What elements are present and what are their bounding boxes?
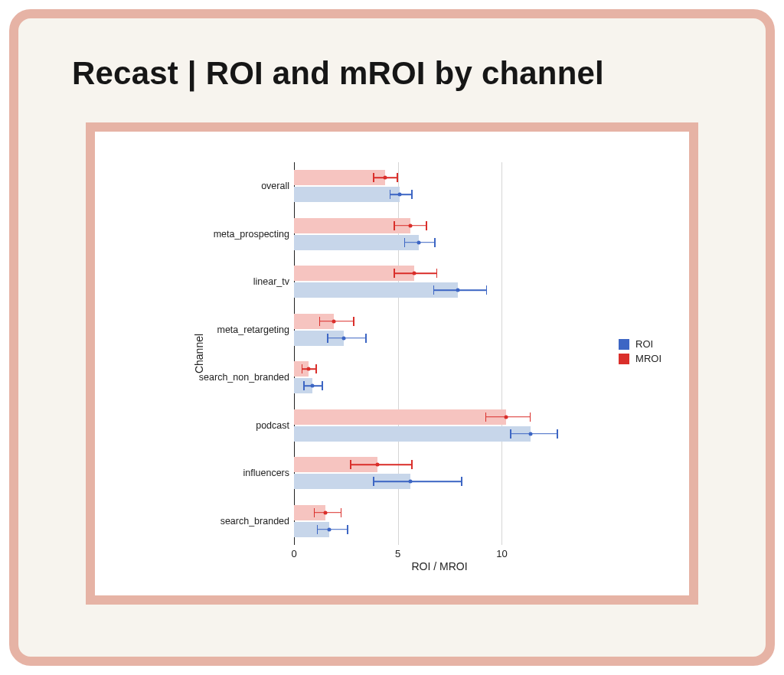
page-title: Recast | ROI and mROI by channel [72,55,604,92]
category-label: meta_retargeting [217,324,294,335]
category-label: influencers [243,468,294,478]
legend-item-roi: ROI [619,338,662,350]
x-axis: ROI / MROI 0510 [294,545,585,576]
errorbar-roi [373,474,462,489]
errorbar-roi [390,187,413,202]
bar-roi [294,426,531,442]
legend-item-mroi: MROI [619,353,662,364]
x-tick-label: 5 [395,548,400,559]
errorbar-roi [433,282,488,298]
category-label: linear_tv [253,276,294,287]
category-label: search_non_branded [199,372,294,383]
errorbar-mroi [394,266,437,281]
errorbar-roi [303,378,323,393]
errorbar-mroi [350,457,412,472]
outer-card: Recast | ROI and mROI by channel Channel… [9,9,775,666]
errorbar-mroi [319,314,354,329]
legend: ROI MROI [619,338,662,367]
legend-swatch-mroi [619,354,629,364]
x-axis-label: ROI / MROI [411,560,467,572]
category-row: overall [294,162,585,210]
category-row: search_branded [294,497,585,546]
category-row: podcast [294,402,585,450]
category-row: search_non_branded [294,354,585,402]
errorbar-mroi [394,218,426,233]
category-label: meta_prospecting [214,229,294,240]
errorbar-roi [404,235,436,250]
legend-label-mroi: MROI [635,353,662,364]
x-tick-label: 0 [291,548,296,559]
y-axis-label: Channel [193,334,205,373]
category-row: meta_prospecting [294,210,585,259]
bar-mroi [294,409,506,425]
errorbar-roi [327,331,367,346]
errorbar-mroi [373,170,398,185]
category-label: overall [261,181,294,191]
plot-area: Channel ROI / MROI 0510 overallmeta_pros… [294,162,585,545]
bar-roi [294,235,419,250]
chart: Channel ROI / MROI 0510 overallmeta_pros… [95,132,689,595]
category-label: podcast [256,420,294,431]
category-label: search_branded [220,516,294,527]
x-tick-label: 10 [496,548,507,559]
chart-card: Channel ROI / MROI 0510 overallmeta_pros… [86,122,698,605]
errorbar-mroi [314,505,342,520]
legend-swatch-roi [619,339,629,350]
errorbar-roi [510,426,557,442]
errorbar-mroi [302,361,317,377]
legend-label-roi: ROI [635,338,653,350]
bar-roi [294,187,400,202]
bar-mroi [294,170,385,185]
category-row: linear_tv [294,258,585,306]
errorbar-roi [317,522,348,537]
category-row: meta_retargeting [294,306,585,354]
category-row: influencers [294,449,585,497]
bar-mroi [294,218,410,233]
errorbar-mroi [485,409,531,425]
